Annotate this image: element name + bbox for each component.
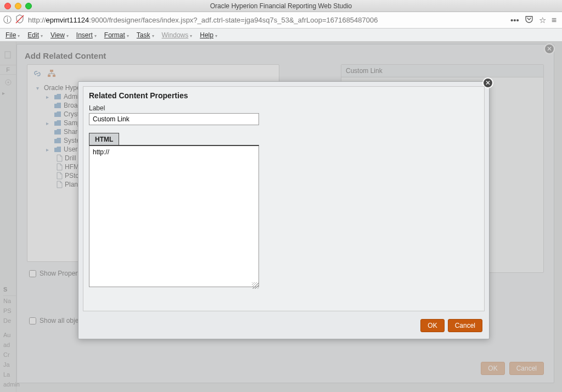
html-textarea[interactable] xyxy=(89,145,259,287)
window-titlebar: Oracle Hyperion Financial Reporting Web … xyxy=(0,0,562,12)
menu-help[interactable]: Help xyxy=(200,31,217,39)
bookmark-star-icon[interactable]: ☆ xyxy=(539,15,546,25)
window-close-button[interactable] xyxy=(4,3,11,9)
menu-insert[interactable]: Insert xyxy=(76,31,97,39)
info-icon[interactable]: ⓘ xyxy=(3,15,12,25)
window-minimize-button[interactable] xyxy=(15,3,21,9)
more-icon[interactable]: ••• xyxy=(510,15,519,25)
cancel-button[interactable]: Cancel xyxy=(448,319,482,332)
window-zoom-button[interactable] xyxy=(25,3,32,9)
url-scheme: http:// xyxy=(28,16,46,24)
menu-file[interactable]: File xyxy=(5,31,20,39)
ok-button[interactable]: OK xyxy=(420,319,444,332)
menu-edit[interactable]: Edit xyxy=(27,31,43,39)
menu-windows[interactable]: Windows xyxy=(162,31,193,39)
menu-view[interactable]: View xyxy=(50,31,69,39)
dialog-title: Related Content Properties xyxy=(89,91,479,100)
url-text[interactable]: http://epmvirt11124:9000/frdesigner/face… xyxy=(28,16,507,24)
tracker-block-icon[interactable] xyxy=(15,14,25,26)
resize-grip-icon[interactable] xyxy=(252,282,258,289)
window-title: Oracle Hyperion Financial Reporting Web … xyxy=(4,2,558,10)
browser-urlbar: ⓘ http://epmvirt11124:9000/frdesigner/fa… xyxy=(0,12,562,29)
menu-format[interactable]: Format xyxy=(104,31,129,39)
label-field-caption: Label xyxy=(89,104,479,112)
hamburger-menu-icon[interactable]: ≡ xyxy=(552,15,557,25)
tab-html[interactable]: HTML xyxy=(89,133,119,145)
menu-task[interactable]: Task xyxy=(137,31,154,39)
app-menubar: File Edit View Insert Format Task Window… xyxy=(0,29,562,42)
url-host: epmvirt11124 xyxy=(46,16,89,24)
pocket-icon[interactable] xyxy=(525,15,533,25)
label-input[interactable] xyxy=(89,113,259,125)
related-content-properties-dialog: ✕ Related Content Properties Label HTML … xyxy=(78,81,490,339)
url-path: :9000/frdesigner/faces/index.jspx?_adf.c… xyxy=(89,16,378,24)
